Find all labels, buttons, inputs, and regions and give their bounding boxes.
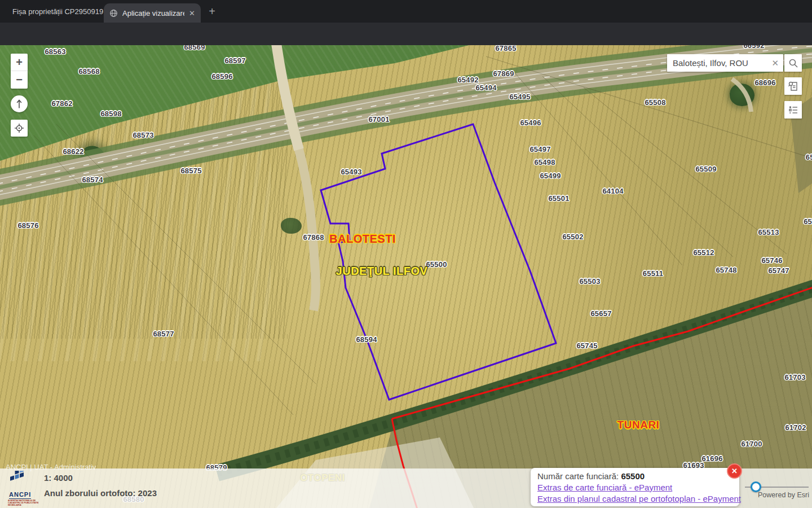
search-icon (788, 58, 798, 68)
parcel-label: 67001 (368, 115, 389, 124)
ancpi-logo-subtitle: AGENȚIA NAȚIONALĂ DE CADASTRU ȘI PUBLICI… (8, 500, 43, 506)
parcel-label: 67862 (51, 99, 72, 108)
parcel-label: 65492 (457, 76, 478, 84)
compass-button[interactable] (11, 95, 28, 112)
parcel-label: 68569 (184, 45, 205, 51)
parcel-label: 65746 (761, 256, 782, 265)
search-button[interactable] (784, 54, 802, 72)
parcel-label: 65502 (562, 233, 583, 241)
parcel-label: 65496 (520, 119, 541, 127)
parcel-label: 65497 (529, 145, 550, 154)
carte-funciara-line: Număr carte funciară: 65500 (537, 471, 732, 481)
parcel-label: 65509 (695, 165, 716, 173)
parcel-label: 66592 (743, 45, 764, 50)
ancpi-logo-tiles (8, 471, 27, 490)
parcel-label: 68577 (153, 330, 174, 338)
parcel-label: 65498 (534, 158, 555, 167)
parcel-label: 68696 (754, 78, 775, 87)
map-scale: 1: 4000 (44, 473, 73, 483)
parcel-label: 68597 (224, 56, 245, 65)
parcel-label: 68576 (17, 221, 38, 230)
parcel-label: 68596 (211, 72, 232, 81)
map-attribution: ANCPI | UAT - Administrativ (6, 463, 96, 471)
identify-parcel-button[interactable] (784, 77, 802, 95)
place-label-tunari: TUNARI (617, 419, 660, 431)
search-input[interactable]: Balotești, Ilfov, ROU ✕ (667, 54, 783, 72)
north-arrow-icon (15, 99, 24, 109)
tab-close-icon[interactable]: ✕ (189, 9, 195, 17)
parcel-label: 68622 (63, 147, 83, 156)
parcel-label: 65501 (548, 194, 569, 203)
new-tab-button[interactable]: + (205, 5, 219, 18)
parcel-label: 67865 (495, 45, 516, 52)
parcel-label: 65499 (540, 172, 561, 180)
ancpi-logo: ANCPI AGENȚIA NAȚIONALĂ DE CADASTRU ȘI P… (8, 471, 42, 506)
parcel-label: 67868 (303, 233, 324, 242)
document-search-icon (788, 81, 799, 92)
parcel-label: 65493 (341, 168, 361, 176)
parcel-label: 65657 (590, 309, 611, 318)
parcel-label: 68563 (45, 47, 65, 56)
parcel-label: 61702 (785, 423, 806, 432)
parcel-label: 67869 (493, 69, 514, 78)
ancpi-logo-text: ANCPI (9, 491, 31, 499)
parcel-label: 61700 (741, 440, 762, 448)
globe-favicon (109, 9, 118, 17)
parcel-label: 64104 (602, 187, 623, 195)
parcel-popup: Număr carte funciară: 65500 Extras de ca… (531, 468, 739, 506)
parcel-label: 61703 (784, 373, 805, 382)
parcel-label: 68573 (133, 131, 153, 139)
browser-chrome: Fișa proprietății CP2950919 | CRM Aplica… (0, 0, 812, 45)
parcel-label: 65494 (475, 84, 496, 92)
search-value[interactable]: Balotești, Ilfov, ROU (673, 58, 768, 68)
popup-close-button[interactable]: ✕ (727, 463, 742, 479)
tab-active-imobile[interactable]: Aplicație vizualizare imobile ✕ (104, 3, 201, 23)
parcel-label: 65500 (426, 260, 447, 269)
tab-crm-title: Fișa proprietății CP2950919 | CRM (12, 7, 105, 16)
parcel-label: 65508 (645, 98, 665, 107)
parcel-label: 65745 (576, 341, 597, 350)
parcel-label: 61696 (701, 454, 722, 463)
zoom-out-button[interactable]: − (11, 71, 28, 89)
place-label-jude-ul-ilfov: JUDEŢUL ILFOV (336, 265, 428, 278)
parcel-label: 68574 (82, 176, 103, 184)
carte-funciara-label: Număr carte funciară: (537, 471, 621, 481)
crosshair-icon (14, 123, 24, 133)
extras-carte-funciara-link[interactable]: Extras de carte funciară - ePayment (537, 483, 732, 492)
zoom-in-button[interactable]: + (11, 54, 28, 71)
tab-strip: Fișa proprietății CP2950919 | CRM Aplica… (0, 0, 812, 23)
parcel-label: 6571 (804, 217, 812, 226)
parcel-label: 657 (806, 153, 812, 161)
locate-button[interactable] (11, 120, 28, 137)
powered-by-esri: Powered by Esri (758, 491, 809, 499)
parcel-label: 65512 (693, 248, 714, 257)
zoom-control: + − (11, 54, 28, 89)
parcel-label: 65503 (579, 277, 600, 286)
layer-list-icon (788, 104, 799, 116)
clear-search-icon[interactable]: ✕ (768, 58, 779, 68)
parcel-label: 65513 (758, 228, 779, 237)
screen: { "browser": { "tab1_title": "Fișa propr… (0, 0, 812, 508)
ortho-year: Anul zborului ortofoto: 2023 (44, 488, 157, 498)
carte-funciara-number: 65500 (621, 471, 645, 481)
parcel-label: 68598 (100, 110, 121, 118)
parcel-label: 68568 (78, 67, 99, 76)
parcel-label: 68575 (180, 167, 201, 175)
place-label-balotesti: BALOTESTI (329, 233, 396, 246)
tab-active-title: Aplicație vizualizare imobile (122, 9, 184, 17)
parcel-label: 65748 (716, 266, 736, 274)
parcel-label: 65495 (509, 93, 530, 101)
tab-crm[interactable]: Fișa proprietății CP2950919 | CRM (3, 0, 105, 23)
nav-bar: geoportal.ancpi.ro/imobile.html (0, 23, 812, 45)
parcel-label: 65511 (643, 269, 663, 278)
legend-button[interactable] (784, 101, 802, 119)
map-canvas[interactable]: 6856368569685976856868596665926869667865… (0, 45, 812, 508)
extras-plan-cadastral-link[interactable]: Extras din planul cadastral pe ortofotop… (537, 494, 732, 503)
parcel-label: 68594 (356, 335, 377, 344)
parcel-label: 65747 (768, 266, 789, 275)
parcel-labels-layer: 6856368569685976856868596665926869667865… (0, 45, 812, 508)
